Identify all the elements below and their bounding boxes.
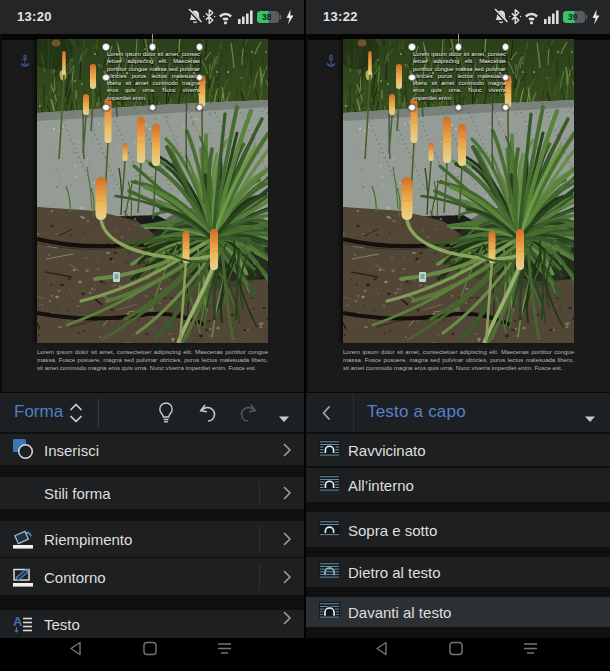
svg-text:38: 38 [262,12,272,22]
svg-text:39: 39 [568,12,578,22]
svg-text:A: A [13,614,23,629]
